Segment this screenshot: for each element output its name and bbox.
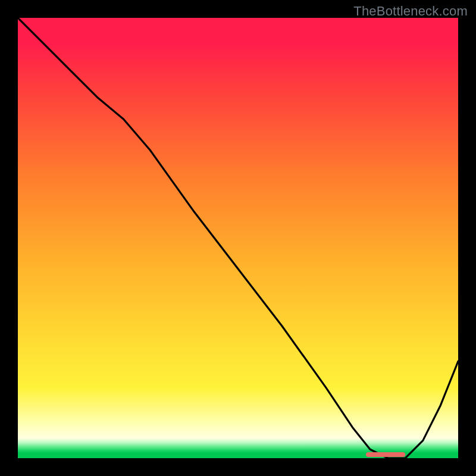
plot-area: [18, 18, 458, 458]
chart-frame: TheBottleneck.com: [0, 0, 476, 476]
heat-gradient: [18, 18, 458, 458]
optimal-range-marker: [366, 452, 406, 457]
watermark-text: TheBottleneck.com: [353, 4, 468, 19]
